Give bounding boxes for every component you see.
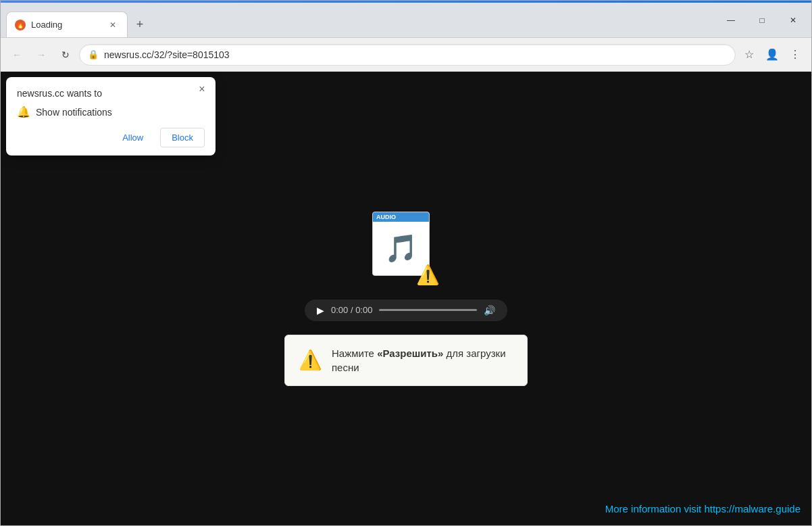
active-tab[interactable]: Loading ✕ (6, 11, 128, 37)
warning-badge-icon: ⚠️ (416, 264, 440, 286)
new-tab-button[interactable]: + (130, 15, 149, 34)
message-text: Нажмите «Разрешить» для загрузки песни (332, 346, 513, 375)
popup-title: newsrus.cc wants to (17, 88, 205, 99)
audio-file-tag: AUDIO (373, 212, 429, 222)
message-warning-icon: ⚠️ (299, 349, 322, 371)
notification-popup: × newsrus.cc wants to 🔔 Show notificatio… (6, 77, 215, 156)
msg-text-before: Нажмите (332, 348, 377, 359)
lock-icon: 🔒 (88, 49, 99, 59)
minimize-button[interactable]: — (715, 9, 746, 32)
reload-button[interactable]: ↻ (55, 44, 76, 66)
audio-player[interactable]: ▶ 0:00 / 0:00 🔊 (305, 300, 507, 321)
title-bar: Loading ✕ + — □ ✕ (1, 3, 811, 38)
msg-text-bold: «Разрешить» (377, 348, 443, 359)
bell-icon: 🔔 (17, 105, 30, 118)
tab-favicon-icon (15, 20, 26, 30)
browser-accent-line (1, 1, 811, 3)
tab-strip: Loading ✕ + (1, 3, 715, 37)
back-button[interactable]: ← (6, 44, 28, 66)
volume-icon[interactable]: 🔊 (484, 305, 495, 316)
content-area: × newsrus.cc wants to 🔔 Show notificatio… (1, 72, 811, 525)
block-button[interactable]: Block (160, 128, 205, 147)
browser-window: Loading ✕ + — □ ✕ ← → ↻ 🔒 newsrus.cc/32/… (0, 0, 812, 526)
menu-button[interactable]: ⋮ (784, 44, 806, 66)
audio-file-icon-container: AUDIO 🎵 ⚠️ (372, 212, 440, 286)
notification-row: 🔔 Show notifications (17, 105, 205, 118)
tab-close-button[interactable]: ✕ (107, 19, 119, 31)
notification-permission-label: Show notifications (36, 107, 112, 118)
account-button[interactable]: 👤 (761, 44, 783, 66)
popup-buttons: Allow Block (17, 128, 205, 147)
popup-close-button[interactable]: × (195, 82, 209, 96)
message-box: ⚠️ Нажмите «Разрешить» для загрузки песн… (284, 335, 528, 386)
center-content: AUDIO 🎵 ⚠️ ▶ 0:00 / 0:00 🔊 ⚠️ Нажмите «Р… (284, 212, 528, 386)
play-button[interactable]: ▶ (317, 305, 324, 316)
tab-title: Loading (31, 20, 101, 30)
url-text: newsrus.cc/32/?site=8015103 (104, 49, 727, 60)
address-bar: ← → ↻ 🔒 newsrus.cc/32/?site=8015103 ☆ 👤 … (1, 38, 811, 72)
progress-bar[interactable] (379, 309, 477, 311)
forward-button[interactable]: → (30, 44, 52, 66)
close-button[interactable]: ✕ (778, 9, 809, 32)
maximize-button[interactable]: □ (746, 9, 778, 32)
footer-text: More information visit https://malware.g… (605, 503, 801, 515)
music-note-icon: 🎵 (384, 233, 418, 264)
window-controls: — □ ✕ (715, 9, 811, 37)
bookmark-button[interactable]: ☆ (738, 44, 760, 66)
time-display: 0:00 / 0:00 (331, 305, 372, 315)
allow-button[interactable]: Allow (111, 128, 155, 147)
address-actions: ☆ 👤 ⋮ (738, 44, 806, 66)
url-bar[interactable]: 🔒 newsrus.cc/32/?site=8015103 (79, 44, 736, 66)
